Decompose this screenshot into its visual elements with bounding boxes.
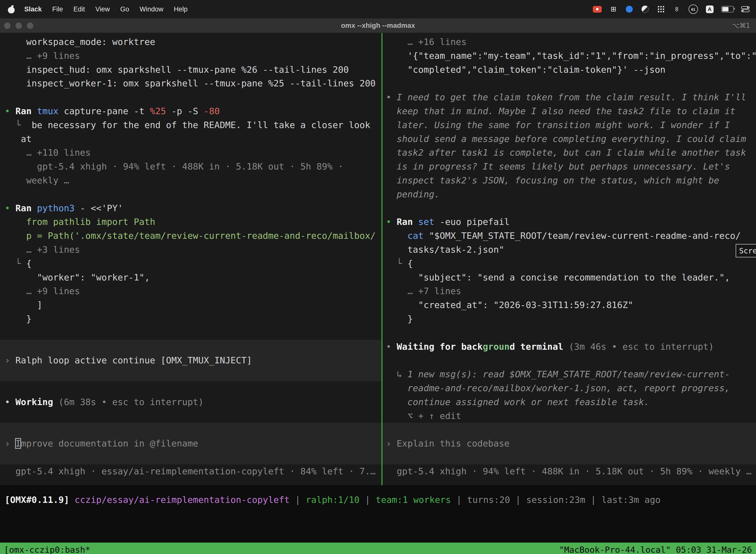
text-segment: Working [15,397,58,407]
overlay-tooltip: Scre [736,244,756,258]
dots-grid-icon[interactable] [657,4,665,15]
terminal-line: … +9 lines [0,49,381,63]
terminal-blank-line [0,90,381,104]
terminal-line: inspect_worker-1: omx sparkshell --tmux-… [0,76,381,90]
text-segment: | [290,495,306,505]
record-icon [593,6,602,13]
terminal-line: "completed","claim_token":"claim-token"}… [382,63,756,77]
menu-item-file[interactable]: File [47,5,68,13]
terminal-line: ↳ 1 new msg(s): read $OMX_TEAM_STATE_ROO… [382,367,756,381]
apple-body [8,7,15,13]
tmux-session-label: [omx-cczip0:bash* [4,545,90,554]
link-icon[interactable]: ∞ [673,4,681,15]
text-segment: } [386,314,413,324]
text-segment: team:1 workers [376,495,451,505]
terminal-line: keep that in mind. Maybe I also need the… [382,104,756,118]
terminal-line: inspect_hud: omx sparkshell --tmux-pane … [0,63,381,77]
text-segment: (6m 38s • esc to interrupt) [59,397,204,407]
prompt-line: › Explain this codebase [382,437,756,450]
text-segment [386,286,407,296]
window-title-bar[interactable]: omx --xhigh --madmax ⌥⌘1 [0,18,756,33]
tmux-host-clock: "MacBook-Pro-44.local" 05:03 31-Mar-26 [559,545,752,554]
text-segment: from pathlib import Path [5,217,155,227]
text-segment: inspect task2's JSON, focusing on the st… [386,175,719,185]
control-center-icon[interactable] [741,4,750,15]
menu-bar: Slack File Edit View Go Window Help ⊞ ∞ … [0,0,756,18]
text-segment: keep that in mind. Maybe I also need the… [386,106,736,116]
text-segment: later. Using the same for transition mig… [386,120,730,130]
ghost-app-icon[interactable] [641,4,649,15]
text-segment: Ran [15,203,37,213]
text-segment: I need to get the claim token from the c… [397,92,746,102]
text-segment: groun [483,341,509,352]
text-segment: • [386,92,397,102]
text-segment: inspect_hud: omx sparkshell --tmux-pane … [5,64,349,75]
text-segment: mprove documentation in @filename [21,438,198,448]
text-segment [5,286,26,296]
text-segment: ⌥ + ↑ edit [386,411,461,421]
terminal-line: … +16 lines [382,35,756,49]
terminal-line: inspect task2's JSON, focusing on the st… [382,173,756,187]
terminal-line: pending. [382,187,756,201]
prompt-band[interactable]: › Explain this codebase [382,423,756,464]
menu-app-name[interactable]: Slack [19,5,47,13]
text-segment: … +9 lines [26,51,80,61]
hud-status-line: [OMX#0.11.9] cczip/essay/ai-reimplementa… [0,493,756,507]
terminal-line: "subject": "send a concise recommendatio… [382,271,756,284]
text-segment: I [15,438,21,448]
menu-item-edit[interactable]: Edit [68,5,90,13]
control-center-svg [741,6,750,12]
terminal-line: from pathlib import Path [0,215,381,229]
menu-item-go[interactable]: Go [115,5,134,13]
apple-menu-icon[interactable] [8,5,15,13]
text-segment: › [5,355,15,365]
terminal-pane-right[interactable]: … +16 lines '{"team_name":"my-team","tas… [382,33,756,485]
prompt-band[interactable]: › Improve documentation in @filename [0,423,381,464]
text-segment: weekly … [5,175,69,185]
terminal-line: • Waiting for background terminal (3m 46… [382,340,756,354]
raindrop-icon[interactable] [625,4,633,15]
text-segment: › [386,438,397,448]
terminal-line: should send a message before completing … [382,132,756,146]
menu-item-window[interactable]: Window [134,5,169,13]
terminal-line: gpt-5.4 xhigh · essay/ai-reimplementatio… [0,464,381,478]
text-segment: readme-and-reco/mailbox/worker-1.json, a… [386,383,730,393]
text-segment: at [5,134,32,144]
text-segment: capture-pane -t [64,106,150,116]
terminal-pane-left[interactable]: workspace_mode: worktree … +9 lines insp… [0,33,381,485]
keyboard-grid-icon[interactable]: ⊞ [609,4,618,15]
text-segment: tasks/task-2.json" [386,244,504,255]
text-segment: "created_at": "2026-03-31T11:59:27.816Z" [386,300,633,310]
terminal-line: } [0,312,381,326]
text-segment: 1 new msg(s): read $OMX_TEAM_STATE_ROOT/… [407,369,730,379]
text-segment: (3m 46s • esc to interrupt) [569,341,714,352]
text-segment: %25 [150,106,171,116]
screen-recording-indicator-icon[interactable] [593,4,602,15]
text-segment: -euo pipefail [440,217,510,227]
terminal-line: gpt-5.4 xhigh · 94% left · 488K in · 5.1… [382,464,756,478]
prompt-band[interactable]: › Ralph loop active continue [OMX_TMUX_I… [0,340,381,381]
menu-bar-left: Slack File Edit View Go Window Help [6,5,193,13]
text-segment: is in progress? It seems likely but perh… [386,161,730,171]
input-source-icon[interactable]: A [705,4,714,15]
terminal-line: at [0,132,381,146]
battery-shape [721,6,734,12]
terminal-line: '{"team_name":"my-team","task_id":"1","f… [382,49,756,63]
text-segment: ralph:1/10 [306,495,360,505]
text-segment: | [510,495,526,505]
terminal-blank-line [0,326,381,340]
text-segment: └ [386,258,407,269]
battery-percent-badge[interactable]: 61 [689,4,698,15]
infinity-glyph: ∞ [672,6,682,12]
text-segment: continue assigned work or next feasible … [386,397,649,407]
drop-shape [626,6,633,13]
text-segment: ] [5,300,43,310]
text-segment: task2 after task1 is complete, but can I… [386,148,746,158]
text-segment [386,231,407,241]
text-segment: { [407,258,413,269]
battery-icon[interactable] [721,4,734,15]
text-segment: └ [5,120,32,130]
menu-item-view[interactable]: View [90,5,115,13]
menu-item-help[interactable]: Help [169,5,193,13]
prompt-line: › Ralph loop active continue [OMX_TMUX_I… [0,353,381,367]
